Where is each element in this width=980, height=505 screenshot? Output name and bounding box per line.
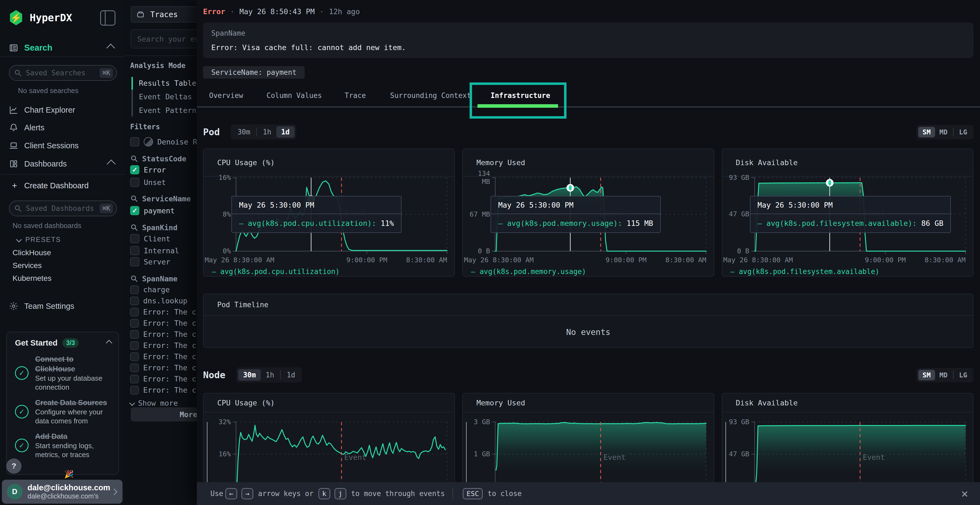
checkbox-unchecked[interactable] bbox=[130, 286, 139, 294]
range-30m[interactable]: 30m bbox=[232, 126, 255, 138]
range-1h[interactable]: 1h bbox=[258, 126, 276, 138]
node-section-header: Node 30m 1h 1d SM MD LG bbox=[203, 365, 974, 384]
checkbox-unchecked[interactable] bbox=[130, 308, 139, 316]
size-md[interactable]: MD bbox=[935, 127, 952, 137]
pod-memory-chart[interactable]: Memory Used134MB67 MB0 BMay 26 8:30:00 A… bbox=[462, 149, 714, 277]
checkbox-checked[interactable]: ✓ bbox=[130, 165, 139, 175]
saved-searches-field[interactable] bbox=[25, 68, 100, 77]
service-name-chip[interactable]: ServiceName: payment bbox=[203, 66, 305, 79]
checkbox-unchecked[interactable] bbox=[130, 257, 139, 266]
mode-event-patterns[interactable]: Event Patterns bbox=[130, 103, 196, 117]
size-sm[interactable]: SM bbox=[918, 370, 935, 380]
tooltip-series-row: — avg(k8s.pod.filesystem.available): 86 … bbox=[751, 214, 951, 232]
saved-searches-input[interactable]: ⌘K bbox=[9, 65, 117, 81]
pod-cpu-chart[interactable]: CPU Usage (%)16%8%0%May 26 8:30:00 AM9:0… bbox=[203, 149, 455, 277]
range-1h[interactable]: 1h bbox=[261, 369, 279, 381]
mode-event-deltas[interactable]: Event Deltas bbox=[130, 90, 196, 103]
detail-tabs: Overview Column Values Trace Surrounding… bbox=[197, 84, 980, 108]
show-more-label: Show more bbox=[138, 399, 178, 407]
filter-option-error[interactable]: ✓ Error bbox=[130, 164, 166, 176]
checkbox-unchecked[interactable] bbox=[130, 341, 139, 350]
sidebar-item-search[interactable]: Search bbox=[0, 40, 125, 56]
left-arrow-key[interactable]: ← bbox=[225, 488, 237, 499]
saved-dashboards-input[interactable]: ⌘K bbox=[9, 200, 117, 216]
avatar: D bbox=[7, 484, 22, 500]
filter-option-payment[interactable]: ✓ payment bbox=[130, 204, 175, 217]
k-key[interactable]: k bbox=[318, 488, 330, 499]
collapse-sidebar-icon[interactable] bbox=[100, 10, 115, 25]
mode-results-table[interactable]: Results Table bbox=[130, 76, 196, 90]
chart-legend: — avg(k8s.pod.cpu.utilization) bbox=[212, 267, 340, 276]
get-started-item-subtitle: Set up your database connection bbox=[35, 374, 111, 392]
tab-trace[interactable]: Trace bbox=[345, 84, 366, 106]
chevron-right-icon bbox=[111, 488, 117, 495]
sidebar-item-kubernetes[interactable]: Kubernetes bbox=[13, 274, 51, 283]
event-marker-label: Event bbox=[344, 453, 366, 462]
checkbox-unchecked[interactable] bbox=[130, 375, 139, 383]
sidebar-item-clickhouse[interactable]: ClickHouse bbox=[13, 248, 51, 257]
footer-move-text: to move through events bbox=[351, 489, 445, 498]
sidebar-item-alerts[interactable]: Alerts bbox=[0, 119, 125, 136]
tab-column-values[interactable]: Column Values bbox=[267, 84, 322, 106]
saved-dashboards-field[interactable] bbox=[25, 204, 100, 213]
size-lg[interactable]: LG bbox=[955, 370, 972, 380]
create-dashboard-button[interactable]: + Create Dashboard bbox=[0, 178, 125, 194]
size-md[interactable]: MD bbox=[935, 370, 952, 380]
tab-surrounding-context[interactable]: Surrounding Context bbox=[390, 84, 471, 106]
filter-option-unset[interactable]: Unset bbox=[130, 176, 166, 189]
sidebar-item-team-settings[interactable]: Team Settings bbox=[0, 297, 125, 315]
checkbox-unchecked[interactable] bbox=[130, 297, 139, 305]
esc-key[interactable]: ESC bbox=[463, 488, 483, 499]
sidebar-item-services[interactable]: Services bbox=[13, 261, 41, 270]
shortcut-badge: ⌘K bbox=[100, 203, 113, 213]
tab-overview[interactable]: Overview bbox=[209, 84, 243, 106]
filter-option-internal[interactable]: Internal bbox=[130, 245, 179, 257]
filter-option-label: Client bbox=[144, 235, 170, 243]
filter-option-server[interactable]: Server bbox=[130, 256, 170, 268]
filter-option-client[interactable]: Client bbox=[130, 232, 170, 245]
checkbox-unchecked[interactable] bbox=[130, 319, 139, 327]
sidebar-item-client-sessions[interactable]: Client Sessions bbox=[0, 137, 125, 154]
help-button[interactable]: ? bbox=[6, 459, 22, 474]
pod-disk-chart[interactable]: Disk Available93 GB47 GB0 BMay 26 8:30:0… bbox=[722, 149, 974, 277]
event-marker-label: Event bbox=[603, 453, 625, 462]
show-more-button[interactable]: Show more bbox=[130, 397, 178, 409]
size-sm[interactable]: SM bbox=[918, 127, 935, 137]
checkbox-unchecked[interactable] bbox=[130, 137, 139, 146]
filter-option-label: dns.lookup bbox=[143, 297, 188, 305]
presets-toggle[interactable]: PRESETS bbox=[17, 236, 61, 243]
y-axis-tick: 47 GB bbox=[722, 210, 749, 218]
checkbox-unchecked[interactable] bbox=[130, 353, 139, 361]
close-icon[interactable]: ✕ bbox=[961, 489, 969, 500]
sidebar-item-dashboards[interactable]: Dashboards bbox=[0, 155, 125, 173]
source-select-value: Traces bbox=[150, 10, 178, 19]
denoise-filter[interactable]: Denoise Re bbox=[130, 135, 202, 148]
checkbox-unchecked[interactable] bbox=[130, 330, 139, 339]
denoise-icon bbox=[144, 137, 153, 146]
user-menu[interactable]: D dale@clickhouse.com dale@clickhouse.co… bbox=[2, 480, 123, 503]
tab-infrastructure[interactable]: Infrastructure bbox=[490, 84, 550, 106]
checkbox-unchecked[interactable] bbox=[130, 234, 139, 243]
checkbox-unchecked[interactable] bbox=[130, 246, 139, 255]
right-arrow-key[interactable]: → bbox=[242, 488, 253, 499]
get-started-item-title: Connect to ClickHouse bbox=[35, 354, 111, 374]
span-name-box: SpanName Error: Visa cache full: cannot … bbox=[203, 22, 974, 58]
j-key[interactable]: j bbox=[334, 488, 346, 499]
filter-group-spanname: SpanName bbox=[130, 272, 178, 285]
range-30m[interactable]: 30m bbox=[238, 369, 261, 381]
x-axis-tick: 8:30:00 AM bbox=[924, 256, 966, 264]
get-started-header[interactable]: Get Started 3/3 bbox=[7, 332, 118, 351]
checkbox-unchecked[interactable] bbox=[130, 386, 139, 395]
get-started-item-subtitle: Start sending logs, metrics, or traces bbox=[35, 441, 111, 459]
checkbox-unchecked[interactable] bbox=[130, 178, 139, 187]
range-1d[interactable]: 1d bbox=[276, 126, 294, 138]
checkbox-unchecked[interactable] bbox=[130, 364, 139, 372]
sidebar-item-chart-explorer[interactable]: Chart Explorer bbox=[0, 101, 125, 119]
node-range-toggle: 30m 1h 1d bbox=[236, 367, 302, 383]
checkbox-checked[interactable]: ✓ bbox=[130, 206, 139, 215]
get-started-card: Get Started 3/3 ✓ Connect to ClickHouse … bbox=[6, 332, 119, 475]
size-lg[interactable]: LG bbox=[955, 127, 972, 137]
filter-group-statuscode: StatusCode bbox=[130, 152, 186, 165]
range-1d[interactable]: 1d bbox=[282, 369, 300, 381]
chart-tooltip: May 26 5:30:00 PM— avg(k8s.pod.cpu.utili… bbox=[231, 196, 401, 233]
